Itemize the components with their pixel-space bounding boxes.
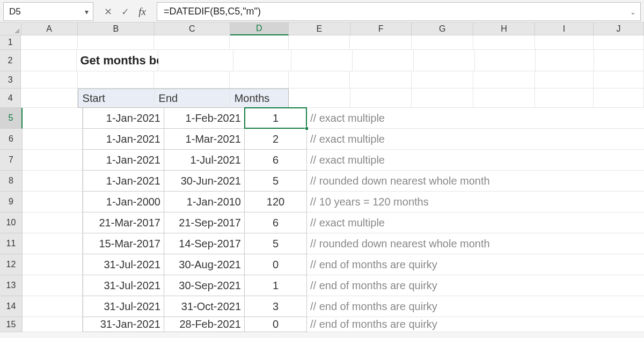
cell-months[interactable]: 5 <box>245 233 307 254</box>
cell-months[interactable]: 0 <box>245 254 307 275</box>
cell[interactable] <box>350 89 412 108</box>
cell[interactable] <box>23 108 83 129</box>
table-header-start[interactable]: Start <box>78 89 155 108</box>
enter-icon[interactable]: ✓ <box>119 6 131 18</box>
cell-end[interactable]: 30-Sep-2021 <box>164 275 245 296</box>
cell-comment[interactable]: // rounded down nearest whole month <box>307 233 644 254</box>
col-header-E[interactable]: E <box>289 23 350 35</box>
row-header-12[interactable]: 12 <box>0 254 23 275</box>
cell-start[interactable]: 21-Mar-2017 <box>83 212 164 233</box>
cell[interactable] <box>350 35 412 50</box>
cell-comment[interactable]: // end of months are quirky <box>307 296 644 317</box>
row-header-9[interactable]: 9 <box>0 192 23 212</box>
cell[interactable] <box>23 275 83 296</box>
cell[interactable] <box>78 71 155 89</box>
cell[interactable] <box>350 71 412 89</box>
cell-start[interactable]: 1-Jan-2000 <box>83 192 164 212</box>
cell-months[interactable]: 1 <box>245 275 307 296</box>
cell[interactable] <box>535 89 594 108</box>
cell[interactable] <box>412 35 473 50</box>
row-header-13[interactable]: 13 <box>0 275 23 296</box>
cell-start[interactable]: 31-Jul-2021 <box>83 296 164 317</box>
cell-end[interactable]: 14-Sep-2017 <box>164 233 245 254</box>
col-header-J[interactable]: J <box>594 23 644 35</box>
row-header-10[interactable]: 10 <box>0 212 23 233</box>
cell[interactable] <box>21 50 77 71</box>
cell-months[interactable]: 5 <box>245 171 307 192</box>
row-header-15[interactable]: 15 <box>0 317 23 332</box>
cell-start[interactable]: 15-Mar-2017 <box>83 233 164 254</box>
cell[interactable] <box>473 89 535 108</box>
cell[interactable] <box>473 35 535 50</box>
cancel-icon[interactable]: ✕ <box>102 6 114 18</box>
cell[interactable] <box>154 71 230 89</box>
cell[interactable] <box>23 233 83 254</box>
row-header-2[interactable]: 2 <box>0 50 21 71</box>
fx-icon[interactable]: fx <box>136 6 148 18</box>
cell[interactable] <box>23 212 83 233</box>
row-header-11[interactable]: 11 <box>0 233 23 254</box>
row-header-5[interactable]: 5 <box>0 108 23 129</box>
cell-comment[interactable]: // exact multiple <box>307 212 644 233</box>
cell[interactable] <box>353 50 414 71</box>
cell[interactable] <box>21 89 77 108</box>
cell-months[interactable]: 2 <box>245 129 307 150</box>
cell[interactable] <box>412 71 473 89</box>
cell-end[interactable]: 1-Feb-2021 <box>164 108 245 129</box>
cell[interactable] <box>289 89 350 108</box>
cell[interactable] <box>23 317 83 332</box>
row-header-3[interactable]: 3 <box>0 71 21 89</box>
cell-end[interactable]: 31-Oct-2021 <box>164 296 245 317</box>
cell[interactable] <box>158 50 233 71</box>
cell[interactable] <box>594 50 644 71</box>
cell[interactable] <box>412 89 473 108</box>
cell-start[interactable]: 1-Jan-2021 <box>83 129 164 150</box>
row-header-8[interactable]: 8 <box>0 171 23 192</box>
cell-start[interactable]: 1-Jan-2021 <box>83 108 164 129</box>
cell-start[interactable]: 31-Jul-2021 <box>83 254 164 275</box>
col-header-B[interactable]: B <box>78 23 155 35</box>
cell-end[interactable]: 1-Jan-2010 <box>164 192 245 212</box>
cell[interactable] <box>154 35 230 50</box>
col-header-F[interactable]: F <box>350 23 412 35</box>
col-header-G[interactable]: G <box>412 23 473 35</box>
cell-months[interactable]: 3 <box>245 296 307 317</box>
cell[interactable] <box>289 71 350 89</box>
select-all-triangle[interactable] <box>0 23 21 35</box>
cell[interactable] <box>594 89 644 108</box>
row-header-6[interactable]: 6 <box>0 129 23 150</box>
cell[interactable] <box>473 71 535 89</box>
cell[interactable] <box>414 50 475 71</box>
cell[interactable] <box>23 254 83 275</box>
cell-start[interactable]: 1-Jan-2021 <box>83 150 164 171</box>
expand-formula-bar-icon[interactable]: ⌄ <box>630 8 636 16</box>
cell[interactable] <box>475 50 536 71</box>
cell[interactable] <box>230 71 288 89</box>
cell-end[interactable]: 1-Jul-2021 <box>164 150 245 171</box>
cell-comment[interactable]: // 10 years = 120 months <box>307 192 644 212</box>
cell-comment[interactable]: // exact multiple <box>307 150 644 171</box>
cell-end[interactable]: 28-Feb-2021 <box>164 317 245 332</box>
cell[interactable] <box>23 296 83 317</box>
cell[interactable] <box>23 192 83 212</box>
page-title[interactable]: Get months between dates <box>77 50 158 71</box>
row-header-7[interactable]: 7 <box>0 150 23 171</box>
cell-comment[interactable]: // end of months are quirky <box>307 317 644 332</box>
cell[interactable] <box>535 71 594 89</box>
cell-comment[interactable]: // rounded down nearest whole month <box>307 171 644 192</box>
row-header-14[interactable]: 14 <box>0 296 23 317</box>
col-header-C[interactable]: C <box>155 23 230 35</box>
cell[interactable] <box>23 129 83 150</box>
cell-months[interactable]: 1 <box>245 108 307 129</box>
name-box[interactable]: D5 ▾ <box>3 2 93 21</box>
cell[interactable] <box>291 50 353 71</box>
cell[interactable] <box>594 71 644 89</box>
cell-months[interactable]: 6 <box>245 212 307 233</box>
cell[interactable] <box>233 50 291 71</box>
cell[interactable] <box>594 35 644 50</box>
col-header-H[interactable]: H <box>473 23 535 35</box>
col-header-I[interactable]: I <box>535 23 594 35</box>
cell-start[interactable]: 1-Jan-2021 <box>83 171 164 192</box>
cell-comment[interactable]: // exact multiple <box>307 108 644 129</box>
cell-start[interactable]: 31-Jul-2021 <box>83 275 164 296</box>
